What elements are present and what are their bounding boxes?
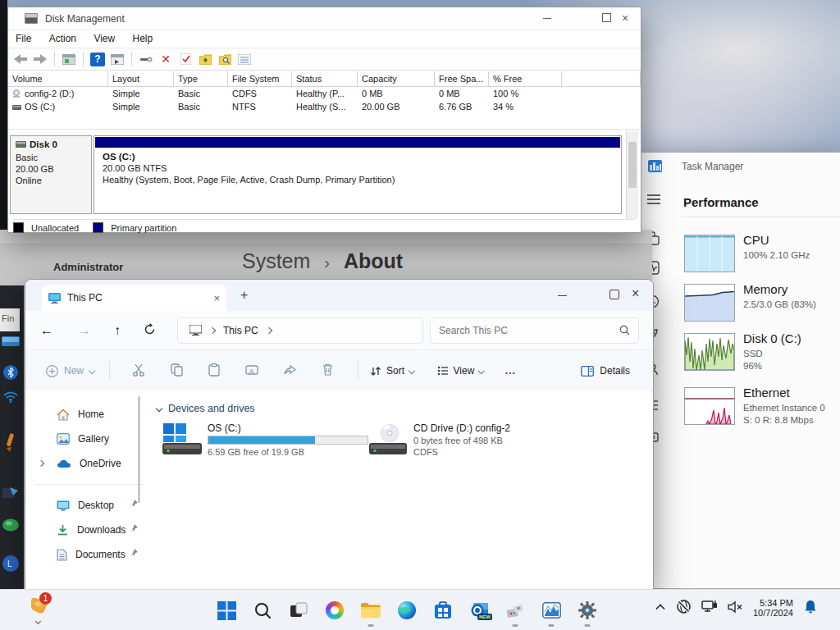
nav-up-icon[interactable]: ↑ — [114, 323, 121, 338]
volume-row-d-name[interactable]: config-2 (D:) — [8, 87, 108, 100]
cut-icon[interactable] — [120, 363, 158, 379]
edge-button[interactable] — [396, 600, 418, 621]
hidden-icons-chevron[interactable] — [655, 602, 666, 614]
col-capacity[interactable]: Capacity — [358, 71, 435, 87]
sidebar-item-onedrive[interactable]: OneDrive — [25, 451, 153, 476]
tab-this-pc[interactable]: This PC × — [42, 285, 226, 311]
outlook-button[interactable]: NEW — [468, 600, 490, 621]
col-status[interactable]: Status — [292, 71, 358, 87]
sort-button[interactable]: Sort — [370, 365, 414, 377]
task-manager-window[interactable]: Task Manager Performance — [636, 152, 840, 589]
dark-tool-icon[interactable] — [2, 486, 20, 503]
console-window-icon[interactable] — [62, 52, 76, 66]
blue-app-icon[interactable]: L — [2, 555, 20, 575]
address-breadcrumb[interactable]: This PC — [223, 325, 258, 336]
settings-button[interactable] — [577, 600, 598, 621]
help-icon[interactable]: ? — [90, 52, 105, 66]
maximize-button[interactable] — [608, 288, 619, 299]
sidebar-item-home[interactable]: Home — [25, 402, 153, 427]
share-icon[interactable] — [271, 364, 308, 378]
file-explorer-window[interactable]: This PC × + × ← → ↑ This PC Search This … — [25, 279, 654, 591]
rename-icon[interactable]: A — [233, 364, 271, 378]
address-bar[interactable]: This PC — [177, 317, 423, 344]
task-manager-menu-icon[interactable] — [646, 194, 661, 205]
console-tree-icon[interactable] — [110, 52, 125, 66]
check-document-icon[interactable] — [178, 52, 193, 66]
sidebar-item-documents[interactable]: Documents — [25, 542, 153, 567]
search-button[interactable] — [252, 600, 273, 621]
minimize-button[interactable] — [541, 12, 553, 24]
nav-refresh-icon[interactable] — [144, 323, 156, 338]
ethernet-card[interactable]: Ethernet Ethernet Instance 0 S: 0 R: 8.8… — [682, 386, 840, 435]
wifi-icon[interactable] — [2, 390, 19, 406]
file-explorer-button[interactable] — [360, 600, 381, 621]
folder-up-icon[interactable] — [198, 52, 212, 66]
microsoft-store-button[interactable] — [432, 600, 454, 621]
display-icon[interactable] — [2, 336, 20, 350]
col-layout[interactable]: Layout — [108, 71, 174, 87]
settings-window[interactable]: Administrator System › About — [0, 230, 652, 285]
ethernet-tray-icon[interactable] — [701, 600, 718, 617]
cpu-card[interactable]: CPU 100% 2.10 GHz — [682, 233, 840, 276]
folder-search-icon[interactable] — [217, 52, 232, 66]
disk-management-titlebar[interactable]: Disk Management × — [8, 7, 641, 30]
settings-breadcrumb-system[interactable]: System — [242, 249, 310, 272]
properties-list-icon[interactable] — [237, 52, 252, 66]
taskbar-corner-app[interactable]: 1 — [28, 595, 56, 628]
forward-icon[interactable] — [33, 52, 48, 66]
new-tab-button[interactable]: + — [240, 288, 248, 303]
sidebar-item-gallery[interactable]: Gallery — [25, 427, 153, 451]
delete-volume-icon[interactable]: ✕ — [158, 52, 173, 66]
menu-help[interactable]: Help — [126, 30, 161, 47]
menu-action[interactable]: Action — [42, 30, 84, 47]
no-internet-icon[interactable] — [676, 599, 692, 617]
paste-icon[interactable] — [195, 363, 233, 379]
nav-forward-icon[interactable]: → — [78, 323, 91, 338]
clock[interactable]: 5:34 PM 10/7/2024 — [753, 598, 793, 618]
col-free[interactable]: Free Spa... — [435, 71, 489, 87]
mute-speaker-icon[interactable] — [728, 600, 743, 616]
copy-icon[interactable] — [158, 363, 195, 379]
pen-icon[interactable] — [2, 431, 17, 455]
task-manager-button[interactable] — [541, 600, 562, 621]
disk-card[interactable]: Disk 0 (C:) SSD 96% — [682, 331, 840, 381]
maximize-button[interactable] — [600, 11, 612, 23]
back-icon[interactable] — [13, 52, 28, 66]
disk0-info-panel[interactable]: Disk 0 Basic 20.00 GB Online — [10, 135, 92, 214]
volume-row-c-name[interactable]: OS (C:) — [8, 100, 108, 113]
close-button[interactable]: × — [622, 11, 628, 25]
minimize-button[interactable] — [557, 290, 568, 301]
sidebar-scrollbar[interactable] — [138, 396, 140, 503]
start-button[interactable] — [216, 600, 237, 621]
menu-view[interactable]: View — [86, 30, 122, 47]
task-manager-titlebar[interactable]: Task Manager — [637, 153, 840, 180]
drive-d-tile[interactable]: CD Drive (D:) config-2 0 bytes free of 4… — [368, 422, 564, 464]
bluetooth-icon[interactable] — [2, 364, 19, 383]
disk-management-window[interactable]: Disk Management × File Action View Help … — [7, 7, 641, 233]
sidebar-item-downloads[interactable]: Downloads — [25, 518, 153, 542]
drive-c-tile[interactable]: OS (C:) 6.59 GB free of 19.9 GB — [161, 422, 382, 464]
delete-icon[interactable] — [308, 363, 346, 378]
devices-and-drives-group[interactable]: Devices and drives — [157, 403, 255, 414]
col-type[interactable]: Type — [174, 71, 228, 87]
tab-close-icon[interactable]: × — [213, 292, 220, 304]
notification-bell-icon[interactable] — [803, 599, 818, 617]
green-app-icon[interactable] — [2, 518, 20, 534]
menu-file[interactable]: File — [8, 30, 39, 47]
nav-back-icon[interactable]: ← — [40, 323, 53, 338]
view-button[interactable]: View — [437, 365, 484, 377]
col-volume[interactable]: Volume — [8, 71, 108, 87]
admin-tool-button[interactable] — [504, 600, 526, 621]
search-box[interactable]: Search This PC — [430, 317, 639, 344]
close-button[interactable]: × — [632, 286, 639, 301]
partition-block[interactable]: OS (C:) 20.00 GB NTFS Healthy (System, B… — [94, 135, 622, 214]
task-view-button[interactable] — [288, 600, 309, 621]
details-button[interactable]: Details — [581, 365, 630, 377]
col-pctfree[interactable]: % Free — [489, 71, 562, 87]
wrench-icon[interactable] — [139, 52, 153, 66]
more-options-button[interactable]: ... — [505, 365, 516, 377]
memory-card[interactable]: Memory 2.5/3.0 GB (83%) — [682, 282, 840, 325]
col-fs[interactable]: File System — [228, 71, 292, 87]
sidebar-item-desktop[interactable]: Desktop — [25, 493, 153, 518]
new-button[interactable]: New — [46, 365, 94, 377]
